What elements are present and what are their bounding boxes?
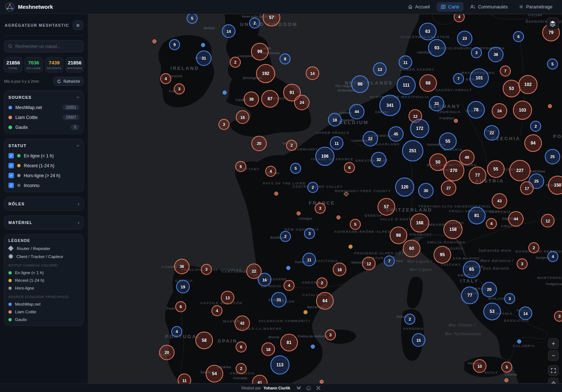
cluster-marker[interactable]: 15 (412, 333, 426, 347)
node-dot[interactable] (548, 104, 552, 108)
cluster-marker[interactable]: 22 (246, 264, 262, 279)
node-dot[interactable] (274, 192, 278, 196)
node-dot[interactable] (223, 91, 227, 95)
cluster-marker[interactable]: 3 (315, 203, 326, 214)
layers-button[interactable] (547, 18, 559, 30)
cluster-marker[interactable]: 11 (178, 374, 191, 384)
sources-header[interactable]: SOURCES › (8, 94, 79, 100)
cluster-marker[interactable]: 27 (441, 180, 456, 196)
cluster-marker[interactable]: 158 (443, 220, 462, 239)
node-dot[interactable] (201, 43, 205, 47)
cluster-marker[interactable]: 6 (513, 31, 524, 42)
cluster-marker[interactable]: 18 (328, 113, 342, 127)
brand[interactable]: Meshnetwork (5, 2, 53, 12)
cluster-marker[interactable]: 77 (461, 287, 479, 304)
cluster-marker[interactable]: 33 (429, 96, 444, 111)
cluster-marker[interactable]: 25 (545, 149, 560, 164)
cluster-marker[interactable]: 63 (419, 23, 437, 40)
search-input[interactable] (15, 44, 80, 49)
cluster-marker[interactable]: 20 (482, 282, 497, 297)
cluster-marker[interactable]: 10 (473, 359, 487, 373)
cluster-marker[interactable]: 251 (402, 140, 423, 161)
cluster-marker[interactable]: 22 (484, 125, 499, 141)
cluster-marker[interactable]: 11 (399, 56, 412, 69)
cluster-marker[interactable]: 14 (222, 25, 236, 38)
zoom-in-button[interactable]: + (548, 338, 559, 349)
cluster-marker[interactable]: 4 (211, 305, 222, 316)
node-dot[interactable] (311, 345, 315, 349)
cluster-marker[interactable]: 55 (439, 132, 457, 150)
cluster-marker[interactable]: 4 (284, 280, 295, 291)
checkbox-checked[interactable]: ✓ (8, 153, 14, 158)
cluster-marker[interactable]: 103 (513, 101, 532, 120)
statut-header[interactable]: STATUT › (8, 143, 79, 149)
cluster-marker[interactable]: 7 (500, 66, 511, 76)
cluster-marker[interactable]: 3 (504, 293, 515, 304)
cluster-marker[interactable]: 99 (251, 43, 269, 60)
cluster-marker[interactable]: 87 (261, 90, 279, 108)
cluster-marker[interactable]: 106 (315, 147, 334, 166)
cluster-marker[interactable]: 5 (501, 362, 512, 373)
cluster-marker[interactable]: 5 (290, 163, 301, 174)
cluster-marker[interactable]: 11 (303, 253, 316, 266)
cluster-marker[interactable]: 45 (388, 126, 404, 142)
cluster-marker[interactable]: 17 (520, 182, 534, 195)
cluster-marker[interactable]: 4 (265, 166, 276, 177)
cluster-marker[interactable]: 2 (528, 242, 539, 253)
node-dot[interactable] (297, 212, 301, 216)
cluster-marker[interactable]: 3 (325, 329, 336, 340)
nav-parametrage[interactable]: Paramétrage (514, 2, 557, 12)
cluster-marker[interactable]: 2 (280, 231, 291, 242)
filter-unknown[interactable]: ✓ Inconnu (8, 183, 79, 188)
cluster-marker[interactable]: 3 (471, 47, 482, 58)
cluster-marker[interactable]: 227 (509, 160, 531, 181)
cluster-marker[interactable]: 94 (524, 134, 542, 152)
cluster-marker[interactable]: 65 (463, 261, 480, 278)
node-dot[interactable] (320, 380, 324, 384)
cluster-marker[interactable]: 31 (196, 51, 211, 66)
cluster-marker[interactable]: 68 (419, 74, 437, 92)
search-box[interactable] (4, 40, 84, 52)
cluster-marker[interactable]: 192 (256, 64, 275, 83)
x-icon[interactable] (316, 386, 321, 391)
cluster-marker[interactable]: 53 (503, 80, 520, 97)
checkbox-checked[interactable]: ✓ (8, 173, 14, 178)
cluster-marker[interactable]: 64 (316, 292, 334, 310)
cluster-marker[interactable]: 2 (236, 363, 247, 374)
cluster-marker[interactable]: 120 (395, 178, 414, 197)
checkbox-checked[interactable]: ✓ (8, 183, 14, 188)
cluster-marker[interactable]: 4 (160, 73, 171, 84)
cluster-marker[interactable]: 2 (316, 277, 327, 288)
cluster-marker[interactable]: 4 (486, 218, 497, 229)
cluster-marker[interactable]: 93 (428, 39, 446, 57)
cluster-marker[interactable]: 7 (384, 255, 395, 266)
cluster-marker[interactable]: 341 (379, 95, 401, 116)
cluster-marker[interactable]: 22 (363, 131, 378, 146)
nav-carte[interactable]: Carte (437, 2, 464, 12)
cluster-marker[interactable]: 4 (454, 14, 465, 22)
cluster-marker[interactable]: 12 (541, 214, 555, 228)
cluster-marker[interactable]: 113 (270, 355, 289, 374)
cluster-marker[interactable]: 44 (349, 104, 364, 119)
cluster-marker[interactable]: 102 (518, 75, 537, 94)
cluster-marker[interactable]: 81 (468, 207, 486, 224)
cluster-marker[interactable]: 49 (459, 150, 475, 165)
node-dot[interactable] (153, 40, 157, 44)
cluster-marker[interactable]: 2 (230, 57, 241, 68)
cluster-marker[interactable]: 57 (263, 14, 280, 26)
cluster-marker[interactable]: 38 (244, 92, 259, 107)
cluster-marker[interactable]: 36 (174, 259, 190, 274)
cluster-marker[interactable]: 3 (174, 83, 185, 94)
cluster-marker[interactable]: 16 (236, 111, 250, 124)
cluster-marker[interactable]: 9 (169, 39, 180, 50)
cluster-marker[interactable]: 3 (201, 264, 212, 275)
node-dot[interactable] (505, 378, 509, 382)
cluster-marker[interactable]: 2 (404, 314, 415, 325)
cluster-marker[interactable]: 20 (251, 136, 267, 151)
cluster-marker[interactable]: 42 (235, 316, 250, 331)
cluster-marker[interactable]: 101 (470, 68, 489, 87)
refresh-button[interactable]: Rafraîchir (53, 77, 84, 86)
node-dot[interactable] (304, 310, 308, 314)
node-dot[interactable] (349, 245, 353, 249)
cluster-marker[interactable]: 12 (362, 257, 376, 270)
